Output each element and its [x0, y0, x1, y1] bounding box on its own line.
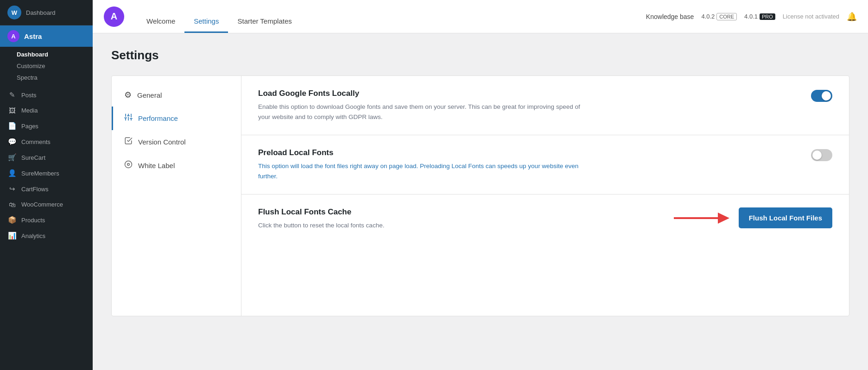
sidebar-item-pages[interactable]: 📄 Pages	[0, 118, 93, 134]
core-badge: CORE	[716, 13, 737, 20]
general-icon: ⚙	[124, 90, 132, 100]
red-arrow-container	[674, 209, 729, 227]
surecart-icon: 🛒	[7, 153, 17, 162]
tab-settings[interactable]: Settings	[184, 0, 228, 33]
sidebar-nav: ✎ Posts 🖼 Media 📄 Pages 💬 Comments 🛒 Sur…	[0, 87, 93, 370]
version-control-icon	[124, 137, 133, 147]
cartflows-icon: ↪	[7, 185, 17, 193]
topnav-right: Knowledge base 4.0.2 CORE 4.0.1 PRO Lice…	[646, 12, 857, 22]
sidebar-item-analytics[interactable]: 📊 Analytics	[0, 228, 93, 244]
red-arrow-icon	[674, 209, 729, 227]
settings-panel: Load Google Fonts Locally Enable this op…	[241, 76, 849, 316]
settings-sidebar-item-performance[interactable]: Performance	[112, 107, 241, 130]
svg-point-9	[125, 161, 132, 168]
sidebar-item-pages-label: Pages	[21, 123, 38, 130]
version-pro-number: 4.0.1	[744, 13, 758, 20]
products-icon: 📦	[7, 216, 17, 224]
sidebar-item-posts[interactable]: ✎ Posts	[0, 87, 93, 103]
sidebar-item-cartflows[interactable]: ↪ CartFlows	[0, 181, 93, 197]
settings-row-flush-cache-content: Flush Local Fonts Cache Click the button…	[258, 207, 663, 231]
notification-bell-icon[interactable]: 🔔	[847, 12, 857, 22]
sidebar-item-surecart[interactable]: 🛒 SureCart	[0, 150, 93, 165]
astra-icon: A	[7, 30, 19, 42]
settings-row-google-fonts-content: Load Google Fonts Locally Enable this op…	[258, 89, 800, 122]
svg-point-10	[127, 163, 130, 166]
settings-sidebar-item-version-control[interactable]: Version Control	[112, 130, 241, 154]
settings-sidebar-performance-label: Performance	[138, 114, 178, 122]
astra-sub-menu: Dashboard Customize Spectra	[0, 47, 93, 87]
settings-container: ⚙ General	[111, 75, 849, 316]
knowledge-base-link[interactable]: Knowledge base	[646, 13, 694, 20]
sidebar: W Dashboard A Astra Dashboard Customize …	[0, 0, 93, 370]
settings-sidebar-item-general[interactable]: ⚙ General	[112, 83, 241, 107]
suremembers-icon: 👤	[7, 169, 17, 177]
analytics-icon: 📊	[7, 232, 17, 240]
settings-sidebar: ⚙ General	[112, 76, 241, 316]
topnav-tabs: Welcome Settings Starter Templates	[137, 0, 301, 33]
media-icon: 🖼	[7, 107, 17, 114]
performance-icon	[124, 113, 133, 124]
load-google-fonts-title: Load Google Fonts Locally	[258, 89, 800, 98]
version-core-number: 4.0.2	[701, 13, 715, 20]
astra-label: Astra	[24, 32, 42, 40]
pro-badge: PRO	[760, 13, 775, 20]
toggle-thumb-preload	[812, 151, 822, 160]
load-google-fonts-toggle[interactable]	[811, 90, 832, 102]
sidebar-item-cartflows-label: CartFlows	[21, 186, 49, 193]
sidebar-item-comments[interactable]: 💬 Comments	[0, 134, 93, 150]
main-content: A Welcome Settings Starter Templates Kno…	[93, 0, 868, 370]
version-core-badge: 4.0.2 CORE	[701, 13, 737, 20]
settings-sidebar-version-control-label: Version Control	[138, 138, 186, 146]
tab-welcome[interactable]: Welcome	[137, 0, 184, 33]
sidebar-item-media[interactable]: 🖼 Media	[0, 103, 93, 118]
sidebar-item-products-label: Products	[21, 217, 45, 224]
white-label-icon	[124, 160, 133, 171]
pages-icon: 📄	[7, 122, 17, 130]
settings-row-preload-fonts-content: Preload Local Fonts This option will loa…	[258, 148, 800, 181]
toggle-track-preload[interactable]	[811, 149, 832, 161]
topnav: A Welcome Settings Starter Templates Kno…	[93, 0, 868, 33]
flush-row-right: Flush Local Font Files	[674, 207, 832, 228]
preload-local-fonts-desc: This option will load the font files rig…	[258, 161, 583, 181]
license-status: License not activated	[783, 13, 839, 20]
preload-local-fonts-toggle[interactable]	[811, 149, 832, 161]
sidebar-sub-item-dashboard[interactable]: Dashboard	[0, 49, 93, 60]
settings-row-preload-fonts: Preload Local Fonts This option will loa…	[241, 135, 849, 194]
sidebar-item-products[interactable]: 📦 Products	[0, 212, 93, 228]
sidebar-sub-item-spectra[interactable]: Spectra	[0, 72, 93, 83]
preload-local-fonts-title: Preload Local Fonts	[258, 148, 800, 157]
sidebar-item-woocommerce[interactable]: 🛍 WooCommerce	[0, 197, 93, 212]
sidebar-item-suremembers[interactable]: 👤 SureMembers	[0, 165, 93, 181]
sidebar-item-posts-label: Posts	[21, 92, 37, 99]
woocommerce-icon: 🛍	[7, 201, 17, 208]
sidebar-wp-header: W Dashboard	[0, 0, 93, 25]
astra-logo: A	[104, 6, 124, 27]
svg-marker-12	[718, 213, 729, 224]
sidebar-item-suremembers-label: SureMembers	[21, 170, 59, 177]
sidebar-item-surecart-label: SureCart	[21, 154, 45, 161]
load-google-fonts-desc: Enable this option to download Google fo…	[258, 102, 583, 122]
sidebar-dashboard-label: Dashboard	[26, 9, 56, 16]
sidebar-sub-item-customize[interactable]: Customize	[0, 60, 93, 72]
sidebar-item-media-label: Media	[21, 107, 38, 114]
flush-local-font-files-button[interactable]: Flush Local Font Files	[739, 207, 832, 228]
page-title: Settings	[111, 48, 849, 63]
tab-starter-templates[interactable]: Starter Templates	[228, 0, 301, 33]
content-area: Settings ⚙ General	[93, 33, 868, 370]
flush-local-fonts-title: Flush Local Fonts Cache	[258, 207, 663, 217]
sidebar-astra-section[interactable]: A Astra	[0, 25, 93, 47]
comments-icon: 💬	[7, 138, 17, 146]
settings-sidebar-white-label-label: White Label	[138, 162, 175, 169]
settings-row-google-fonts: Load Google Fonts Locally Enable this op…	[241, 76, 849, 135]
settings-row-flush-cache: Flush Local Fonts Cache Click the button…	[241, 194, 849, 244]
sidebar-item-analytics-label: Analytics	[21, 232, 45, 239]
version-pro-badge: 4.0.1 PRO	[744, 13, 775, 20]
astra-logo-letter: A	[111, 11, 117, 22]
settings-sidebar-general-label: General	[137, 91, 162, 99]
posts-icon: ✎	[7, 91, 17, 99]
settings-sidebar-item-white-label[interactable]: White Label	[112, 154, 241, 177]
sidebar-item-comments-label: Comments	[21, 138, 51, 145]
toggle-track[interactable]	[811, 90, 832, 102]
toggle-thumb	[822, 91, 831, 100]
sidebar-item-woocommerce-label: WooCommerce	[21, 201, 63, 208]
